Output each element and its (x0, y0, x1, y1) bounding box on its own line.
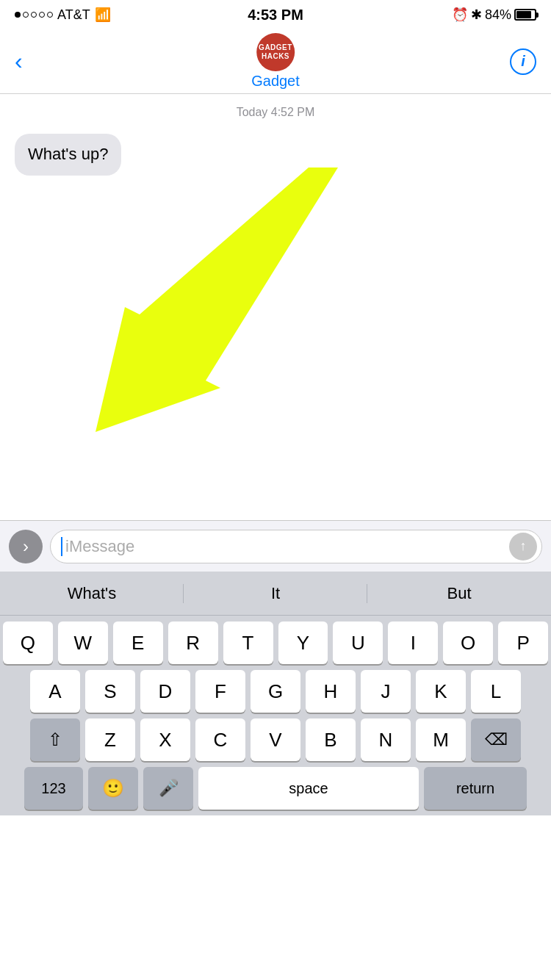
key-p[interactable]: P (498, 621, 548, 664)
contact-name: Gadget (251, 73, 300, 90)
key-j[interactable]: J (361, 670, 411, 713)
signal-dot-5 (47, 12, 53, 18)
message-area: Today 4:52 PM What's up? (0, 94, 551, 520)
keyboard: Q W E R T Y U I O P A S D F G H J K L ⇧ … (0, 616, 551, 815)
predictive-bar: What's It But (0, 572, 551, 616)
predictive-word-2[interactable]: It (184, 577, 367, 610)
key-a[interactable]: A (30, 670, 80, 713)
key-q[interactable]: Q (3, 621, 53, 664)
key-k[interactable]: K (416, 670, 466, 713)
wifi-icon: 📶 (95, 7, 111, 23)
space-key[interactable]: space (198, 767, 419, 810)
signal-dot-3 (31, 12, 37, 18)
numbers-key[interactable]: 123 (24, 767, 83, 810)
keyboard-row-1: Q W E R T Y U I O P (3, 621, 548, 664)
key-x[interactable]: X (140, 718, 190, 761)
avatar-line2: HACKS (262, 52, 289, 61)
status-left: AT&T 📶 (15, 7, 111, 23)
emoji-key[interactable]: 🙂 (88, 767, 138, 810)
status-bar: AT&T 📶 4:53 PM ⏰ ✱ 84% (0, 0, 551, 29)
key-e[interactable]: E (113, 621, 163, 664)
text-cursor (61, 537, 62, 556)
key-h[interactable]: H (306, 670, 356, 713)
key-i[interactable]: I (388, 621, 438, 664)
predictive-word-3[interactable]: But (367, 577, 551, 610)
key-d[interactable]: D (140, 670, 190, 713)
nav-center: GADGET HACKS Gadget (251, 33, 300, 90)
key-r[interactable]: R (168, 621, 218, 664)
key-w[interactable]: W (58, 621, 108, 664)
back-chevron-icon: ‹ (15, 49, 23, 73)
keyboard-row-2: A S D F G H J K L (3, 670, 548, 713)
battery-percent: 84% (485, 7, 511, 23)
key-t[interactable]: T (223, 621, 273, 664)
avatar[interactable]: GADGET HACKS (256, 33, 295, 71)
message-bubble: What's up? (15, 134, 121, 176)
key-u[interactable]: U (333, 621, 383, 664)
battery-icon (514, 9, 536, 21)
key-m[interactable]: M (416, 718, 466, 761)
info-button[interactable]: i (510, 48, 536, 75)
battery-fill (516, 11, 531, 18)
key-n[interactable]: N (361, 718, 411, 761)
key-c[interactable]: C (195, 718, 245, 761)
key-s[interactable]: S (85, 670, 135, 713)
expand-icon: › (23, 536, 29, 557)
return-key[interactable]: return (424, 767, 527, 810)
expand-button[interactable]: › (9, 530, 43, 563)
signal-dot-1 (15, 12, 21, 18)
key-o[interactable]: O (443, 621, 493, 664)
info-icon: i (521, 53, 525, 70)
signal-icon (15, 12, 53, 18)
timestamp: Today 4:52 PM (15, 106, 536, 119)
keyboard-bottom-row: 123 🙂 🎤 space return (3, 767, 548, 810)
bluetooth-icon: ✱ (471, 7, 482, 23)
back-button[interactable]: ‹ (15, 51, 23, 73)
delete-key[interactable]: ⌫ (471, 718, 521, 761)
avatar-line1: GADGET (259, 43, 292, 52)
key-z[interactable]: Z (85, 718, 135, 761)
key-l[interactable]: L (471, 670, 521, 713)
key-g[interactable]: G (251, 670, 300, 713)
input-placeholder: iMessage (65, 537, 134, 556)
status-time: 4:53 PM (248, 7, 303, 24)
signal-dot-4 (39, 12, 45, 18)
message-input[interactable]: iMessage ↑ (50, 530, 542, 563)
predictive-word-1[interactable]: What's (0, 577, 184, 610)
key-y[interactable]: Y (278, 621, 328, 664)
battery-indicator: ⏰ ✱ 84% (452, 7, 536, 23)
input-bar: › iMessage ↑ (0, 520, 551, 572)
carrier-label: AT&T (57, 7, 90, 23)
microphone-key[interactable]: 🎤 (143, 767, 193, 810)
send-icon: ↑ (520, 538, 527, 554)
key-b[interactable]: B (306, 718, 356, 761)
send-button[interactable]: ↑ (509, 533, 537, 561)
key-f[interactable]: F (195, 670, 245, 713)
nav-bar: ‹ GADGET HACKS Gadget i (0, 29, 551, 94)
keyboard-row-3: ⇧ Z X C V B N M ⌫ (3, 718, 548, 761)
signal-dot-2 (23, 12, 29, 18)
shift-key[interactable]: ⇧ (30, 718, 80, 761)
svg-marker-1 (96, 167, 338, 432)
alarm-icon: ⏰ (452, 7, 468, 23)
key-v[interactable]: V (251, 718, 300, 761)
